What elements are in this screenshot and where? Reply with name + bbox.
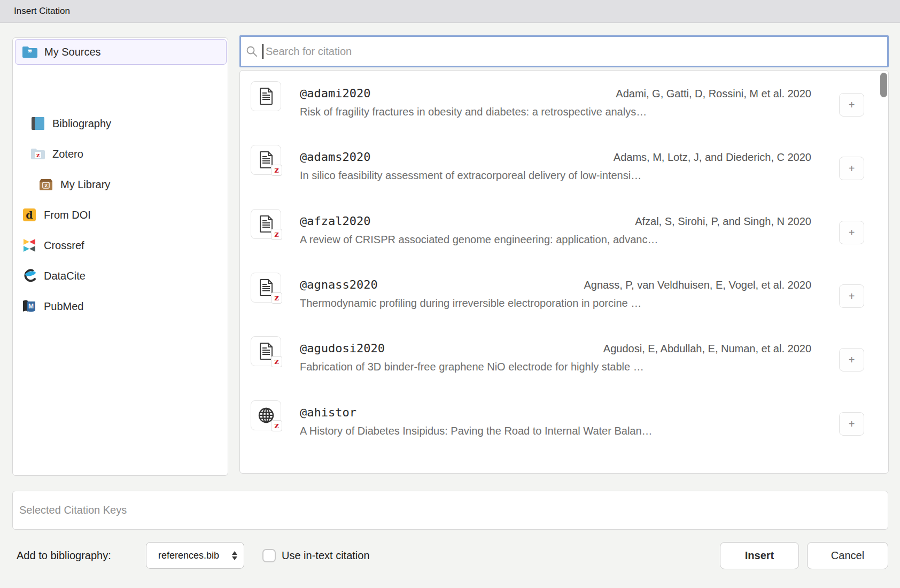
citation-authors: Adams, M, Lotz, J, and Diederich, C 2020: [614, 149, 811, 165]
insert-button[interactable]: Insert: [720, 542, 799, 569]
sidebar-item-pubmed[interactable]: M PubMed: [15, 295, 227, 318]
add-citation-button[interactable]: +: [839, 221, 864, 244]
citation-key: @adams2020: [300, 149, 370, 165]
citation-row[interactable]: z @agudosi2020 Agudosi, E, Abdullah, E, …: [240, 336, 889, 378]
zotero-badge-icon: z: [271, 165, 282, 176]
doi-icon: d: [21, 207, 37, 222]
sidebar-item-crossref[interactable]: Crossref: [15, 234, 227, 257]
citation-title: A review of CRISPR associated genome eng…: [300, 231, 658, 247]
add-to-bibliography-label: Add to bibliography:: [17, 550, 111, 562]
scrollbar-thumb[interactable]: [880, 73, 887, 97]
citation-search-box: [239, 35, 889, 67]
zotero-badge-icon: z: [271, 420, 282, 431]
datacite-icon: [21, 268, 37, 283]
citation-row[interactable]: @adami2020 Adami, G, Gatti, D, Rossini, …: [240, 81, 889, 123]
sidebar-item-label: Bibliography: [52, 118, 111, 130]
sidebar-item-datacite[interactable]: DataCite: [15, 264, 227, 288]
svg-text:d: d: [26, 209, 33, 221]
citation-title: Fabrication of 3D binder-free graphene N…: [300, 359, 644, 375]
citation-row[interactable]: z @agnass2020 Agnass, P, van Veldhuisen,…: [240, 273, 889, 314]
citation-authors: Agnass, P, van Veldhuisen, E, Vogel, et …: [584, 277, 812, 293]
select-stepper-icon: [232, 551, 237, 560]
citation-key: @adami2020: [300, 86, 370, 102]
citation-authors: Adami, G, Gatti, D, Rossini, M et al. 20…: [616, 86, 811, 102]
sidebar-item-zotero[interactable]: z Zotero: [15, 142, 227, 166]
sidebar-item-label: From DOI: [44, 209, 91, 221]
zotero-badge-icon: z: [271, 356, 282, 367]
add-citation-button[interactable]: +: [839, 157, 864, 180]
bibliography-file-value: references.bib: [158, 550, 232, 561]
sidebar-item-label: Crossref: [44, 239, 84, 252]
add-citation-button[interactable]: +: [839, 93, 864, 117]
sidebar-item-from-doi[interactable]: d From DOI: [15, 203, 227, 227]
library-box-icon: z: [38, 177, 54, 192]
citation-row[interactable]: z @adams2020 Adams, M, Lotz, J, and Died…: [240, 145, 889, 187]
use-intext-citation-checkbox[interactable]: [262, 549, 276, 562]
dialog-title: Insert Citation: [14, 6, 70, 17]
sidebar-item-bibliography[interactable]: Bibliography: [15, 112, 227, 135]
text-caret: [262, 44, 263, 59]
zotero-badge-icon: z: [271, 292, 282, 304]
svg-text:z: z: [36, 152, 40, 159]
sidebar-item-label: Zotero: [52, 148, 83, 160]
add-citation-button[interactable]: +: [839, 284, 864, 308]
citation-row[interactable]: z @ahistor A History of Diabetes Insipid…: [240, 400, 889, 442]
citation-title: A History of Diabetes Insipidus: Paving …: [300, 423, 653, 439]
cancel-button[interactable]: Cancel: [807, 542, 888, 569]
sidebar-item-label: DataCite: [44, 270, 86, 282]
selected-citation-keys-field[interactable]: Selected Citation Keys: [12, 491, 888, 530]
citation-authors: Agudosi, E, Abdullah, E, Numan, et al. 2…: [603, 341, 811, 357]
citation-authors: Afzal, S, Sirohi, P, and Singh, N 2020: [635, 213, 811, 229]
add-citation-button[interactable]: +: [839, 412, 864, 436]
dialog-titlebar: Insert Citation: [0, 0, 900, 23]
selected-keys-placeholder: Selected Citation Keys: [19, 504, 127, 516]
zotero-folder-icon: z: [30, 146, 46, 161]
svg-text:❞: ❞: [28, 48, 32, 57]
citation-key: @agudosi2020: [300, 341, 385, 357]
search-input[interactable]: [265, 45, 887, 58]
bibliography-book-icon: [30, 116, 46, 131]
svg-text:M: M: [28, 303, 34, 310]
sidebar-item-label: My Library: [60, 179, 110, 191]
use-intext-citation-label: Use in-text citation: [282, 550, 370, 562]
svg-text:z: z: [44, 182, 48, 188]
bibliography-file-select[interactable]: references.bib: [146, 542, 244, 569]
sidebar-item-my-library[interactable]: z My Library: [15, 173, 227, 196]
citation-key: @agnass2020: [300, 277, 378, 293]
zotero-badge-icon: z: [271, 229, 282, 240]
sidebar-item-label: My Sources: [44, 46, 101, 58]
pubmed-icon: M: [21, 299, 37, 314]
sources-folder-icon: ❞: [22, 44, 38, 59]
sidebar-item-label: PubMed: [44, 300, 84, 313]
add-citation-button[interactable]: +: [839, 348, 864, 372]
citation-list: @adami2020 Adami, G, Gatti, D, Rossini, …: [239, 70, 889, 474]
citation-title: In silico feasibility assessment of extr…: [300, 167, 641, 183]
search-icon: [246, 45, 258, 57]
sources-sidebar: ❞ My Sources Bibliography z Zotero z My …: [12, 37, 228, 476]
insert-citation-dialog: Insert Citation ❞ My Sources Bibliograph…: [0, 0, 900, 588]
citation-key: @afzal2020: [300, 213, 370, 229]
document-icon: [251, 81, 281, 111]
citation-key: @ahistor: [300, 405, 356, 421]
citation-title: Thermodynamic profiling during irreversi…: [300, 295, 641, 311]
sidebar-item-my-sources[interactable]: ❞ My Sources: [15, 39, 227, 65]
citation-row[interactable]: z @afzal2020 Afzal, S, Sirohi, P, and Si…: [240, 209, 889, 251]
crossref-icon: [21, 238, 37, 253]
citation-title: Risk of fragility fractures in obesity a…: [300, 104, 647, 120]
